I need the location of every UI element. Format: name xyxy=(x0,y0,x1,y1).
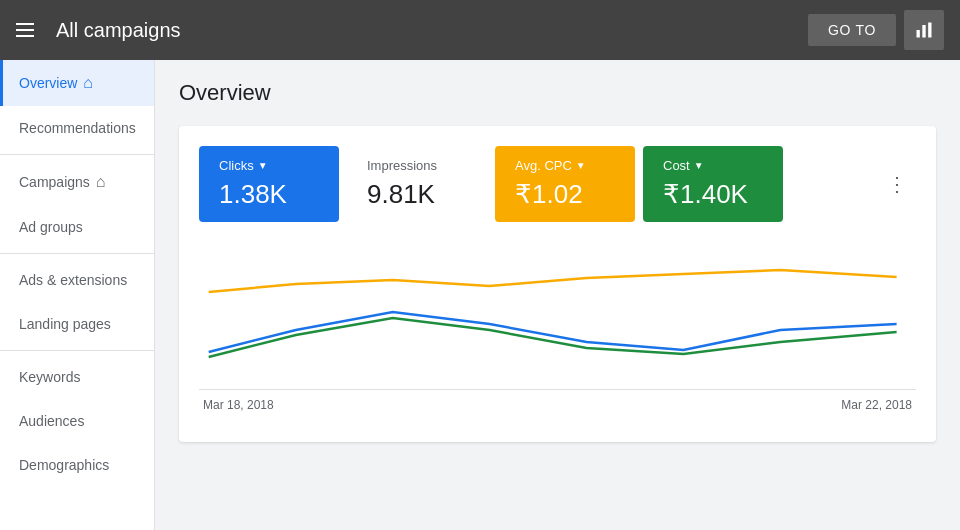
goto-button[interactable]: GO TO xyxy=(808,14,896,46)
impressions-label: Impressions xyxy=(367,158,437,173)
sidebar-label-ad-groups: Ad groups xyxy=(19,219,83,235)
sidebar-item-landing-pages[interactable]: Landing pages xyxy=(0,302,154,346)
svg-rect-2 xyxy=(928,23,931,38)
sidebar-item-audiences[interactable]: Audiences xyxy=(0,399,154,443)
menu-toggle[interactable] xyxy=(16,18,40,42)
chart-date-end: Mar 22, 2018 xyxy=(841,398,912,412)
chart-area: Mar 18, 2018 Mar 22, 2018 xyxy=(199,242,916,422)
sidebar-label-demographics: Demographics xyxy=(19,457,109,473)
sidebar-label-overview: Overview xyxy=(19,75,77,91)
bar-chart-icon xyxy=(914,20,934,40)
sidebar-label-audiences: Audiences xyxy=(19,413,84,429)
sidebar-divider-1 xyxy=(0,154,154,155)
avg-cpc-label: Avg. CPC ▼ xyxy=(515,158,586,173)
sidebar-label-ads-extensions: Ads & extensions xyxy=(19,272,127,288)
chart-divider xyxy=(199,389,916,390)
chart-line-yellow xyxy=(209,270,897,292)
clicks-label: Clicks ▼ xyxy=(219,158,268,173)
sidebar-label-landing-pages: Landing pages xyxy=(19,316,111,332)
sidebar-label-recommendations: Recommendations xyxy=(19,120,136,136)
sidebar-divider-2 xyxy=(0,253,154,254)
chart-icon-button[interactable] xyxy=(904,10,944,50)
metric-avg-cpc[interactable]: Avg. CPC ▼ ₹1.02 xyxy=(495,146,635,222)
sidebar-item-overview[interactable]: Overview ⌂ xyxy=(0,60,154,106)
clicks-value: 1.38K xyxy=(219,179,287,210)
header: All campaigns GO TO xyxy=(0,0,960,60)
svg-rect-1 xyxy=(922,25,925,38)
svg-rect-0 xyxy=(917,30,920,38)
sidebar-item-keywords[interactable]: Keywords xyxy=(0,355,154,399)
sidebar-label-campaigns: Campaigns xyxy=(19,174,90,190)
avg-cpc-dropdown-arrow: ▼ xyxy=(576,160,586,171)
chart-dates: Mar 18, 2018 Mar 22, 2018 xyxy=(199,398,916,412)
metric-impressions: Impressions 9.81K xyxy=(347,146,487,222)
sidebar-item-ad-groups[interactable]: Ad groups xyxy=(0,205,154,249)
sidebar-label-keywords: Keywords xyxy=(19,369,80,385)
chart-line-green xyxy=(209,318,897,357)
page-title: All campaigns xyxy=(56,19,808,42)
app-layout: Overview ⌂ Recommendations Campaigns ⌂ A… xyxy=(0,60,960,530)
chart-svg xyxy=(199,242,916,382)
impressions-value: 9.81K xyxy=(367,179,435,210)
overview-title: Overview xyxy=(179,80,936,106)
main-content: Overview Clicks ▼ 1.38K Impressions xyxy=(155,60,960,530)
chart-date-start: Mar 18, 2018 xyxy=(203,398,274,412)
sidebar-item-recommendations[interactable]: Recommendations xyxy=(0,106,154,150)
sidebar-item-demographics[interactable]: Demographics xyxy=(0,443,154,487)
sidebar-item-ads-extensions[interactable]: Ads & extensions xyxy=(0,258,154,302)
campaigns-home-icon: ⌂ xyxy=(96,173,106,191)
stats-card: Clicks ▼ 1.38K Impressions 9.81K Avg. CP… xyxy=(179,126,936,442)
cost-value: ₹1.40K xyxy=(663,179,748,210)
avg-cpc-value: ₹1.02 xyxy=(515,179,583,210)
more-options-button[interactable]: ⋮ xyxy=(879,146,916,222)
clicks-dropdown-arrow: ▼ xyxy=(258,160,268,171)
metric-cost[interactable]: Cost ▼ ₹1.40K xyxy=(643,146,783,222)
sidebar-divider-3 xyxy=(0,350,154,351)
sidebar: Overview ⌂ Recommendations Campaigns ⌂ A… xyxy=(0,60,155,530)
cost-dropdown-arrow: ▼ xyxy=(694,160,704,171)
cost-label: Cost ▼ xyxy=(663,158,704,173)
metric-clicks[interactable]: Clicks ▼ 1.38K xyxy=(199,146,339,222)
metrics-row: Clicks ▼ 1.38K Impressions 9.81K Avg. CP… xyxy=(199,146,916,222)
home-icon: ⌂ xyxy=(83,74,93,92)
sidebar-item-campaigns[interactable]: Campaigns ⌂ xyxy=(0,159,154,205)
